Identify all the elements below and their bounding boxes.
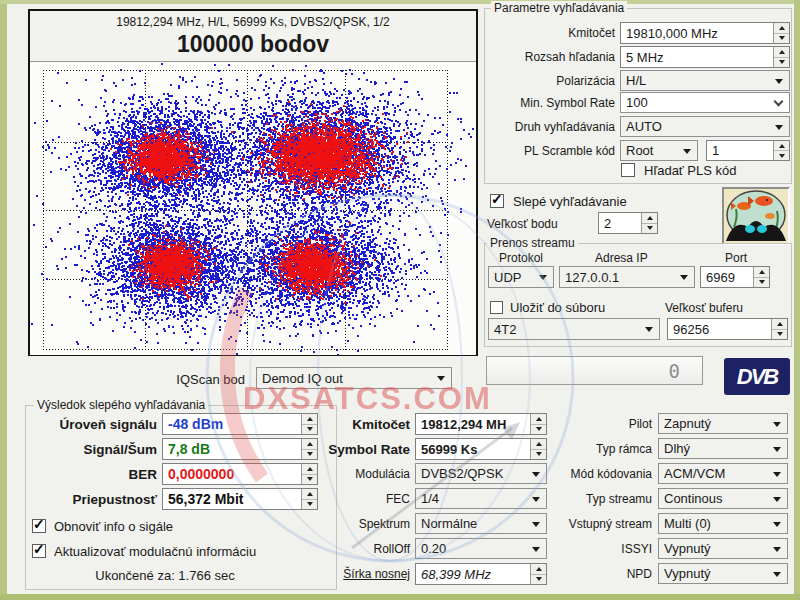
dot-size-spinner[interactable] [641,213,657,233]
dot-size-value: 2 [604,216,611,231]
stream-type-label: Typ streamu [520,492,652,506]
spin-up-icon[interactable] [779,144,785,148]
ip-address-dropdown[interactable]: 127.0.0.1 [559,266,695,288]
pilot-dropdown[interactable]: Zapnutý [658,413,788,434]
search-type-value: AUTO [626,119,662,134]
spectrum-label: Spektrum [240,517,410,531]
npd-label: NPD [520,567,652,581]
blind-search-checkbox[interactable]: ✓ [490,194,504,208]
checkmark-icon: ✓ [33,516,45,532]
min-symbol-rate-combo[interactable]: 100 [620,92,790,113]
find-pls-checkbox[interactable] [621,163,635,177]
spin-down-icon[interactable] [777,332,783,336]
device-dropdown[interactable]: 4T2 [488,318,660,340]
progress-digit: 0 [669,360,680,382]
checkmark-icon: ✓ [491,191,503,207]
signal-level-label: Úroveň signálu [25,417,157,432]
iq-constellation-canvas [30,61,476,355]
frame-border-top [0,0,800,4]
search-params-group-title: Parametre vyhľadávania [491,1,627,15]
checkmark-icon: ✓ [33,541,45,557]
protocol-value: UDP [494,270,521,285]
polarization-dropdown[interactable]: H/L [620,70,790,91]
buffer-size-field[interactable]: 96256 [667,318,788,340]
chevron-down-icon[interactable] [774,96,784,106]
spin-up-icon[interactable] [779,50,785,54]
snr-value: 7,8 dB [168,441,210,457]
spin-down-icon[interactable] [759,280,765,284]
stream-type-dropdown[interactable]: Continous [658,488,788,509]
search-range-field[interactable]: 5 MHz [620,46,790,68]
ip-address-value: 127.0.0.1 [565,270,619,285]
frequency-spinner[interactable] [773,23,789,43]
buffer-size-spinner[interactable] [771,319,787,339]
pl-scramble-code-value: 1 [712,143,719,158]
constellation-info-line: 19812,294 MHz, H/L, 56999 Ks, DVBS2/QPSK… [30,15,476,29]
pl-scramble-code-field[interactable]: 1 [706,140,790,161]
pl-scramble-mode-dropdown[interactable]: Root [620,140,698,161]
modulation-value: DVBS2/QPSK [421,466,503,481]
port-field[interactable]: 6969 [700,266,770,288]
frequency-field[interactable]: 19810,000 MHz [620,22,790,44]
carrier-width-label: Šírka nosnej [240,567,410,581]
npd-dropdown[interactable]: Vypnutý [658,563,788,584]
dot-size-field[interactable]: 2 [598,212,658,234]
frame-border-right [794,0,800,600]
search-type-dropdown[interactable]: AUTO [620,116,790,137]
update-modulation-info-label: Aktualizovať modulačnú informáciu [54,544,256,559]
search-range-label: Rozsah hľadania [484,50,615,64]
dot-size-label: Veľkosť bodu [487,217,558,231]
spin-down-icon[interactable] [647,226,653,230]
find-pls-label: Hľadať PLS kód [644,163,737,178]
aquarium-cat-graphic [724,189,788,243]
port-spinner[interactable] [753,267,769,287]
spin-up-icon[interactable] [779,26,785,30]
spin-down-icon[interactable] [779,36,785,40]
iqscan-point-label: IQScan bod [140,372,245,387]
coding-mode-label: Mód kódovania [520,467,652,481]
blind-scan-window: 19812,294 MHz, H/L, 56999 Ks, DVBS2/QPSK… [0,0,800,600]
npd-value: Vypnutý [664,566,711,581]
spin-up-icon[interactable] [777,322,783,326]
spin-down-icon[interactable] [779,154,785,158]
issyi-dropdown[interactable]: Vypnutý [658,538,788,559]
update-modulation-info-checkbox[interactable]: ✓ [32,544,46,558]
throughput-value: 56,372 Mbit [168,491,243,507]
refresh-signal-info-label: Obnoviť info o sigále [54,519,173,534]
frame-type-dropdown[interactable]: Dlhý [658,438,788,459]
frequency-value: 19810,000 MHz [626,26,718,41]
spin-up-icon[interactable] [647,216,653,220]
aquarium-cat-logo-image [722,187,790,245]
ber-label: BER [25,467,157,482]
coding-mode-value: ACM/VCM [664,466,725,481]
spin-down-icon[interactable] [779,60,785,64]
input-stream-value: Multi (0) [664,516,711,531]
symbol-rate-label: Symbol Rate [240,442,410,457]
snr-label: Signál/Šum [25,442,157,457]
stream-type-value: Continous [664,491,723,506]
pl-scramble-mode-value: Root [626,143,653,158]
min-symbol-rate-label: Min. Symbol Rate [484,96,615,110]
input-stream-dropdown[interactable]: Multi (0) [658,513,788,534]
min-symbol-rate-value: 100 [626,95,648,110]
progress-bar: 0 [486,356,703,385]
spin-up-icon[interactable] [759,270,765,274]
signal-level-value: -48 dBm [168,416,223,432]
frame-type-label: Typ rámca [520,442,652,456]
dvb-logo: DVB [724,358,790,395]
blind-scan-results-title: Výsledok slepého vyhľadávania [34,398,208,412]
protocol-dropdown[interactable]: UDP [488,266,554,288]
iqscan-point-dropdown[interactable]: Demod IQ out [256,367,452,389]
coding-mode-dropdown[interactable]: ACM/VCM [658,463,788,484]
frame-border-bottom [0,594,800,600]
frequency-label: Kmitočet [484,26,615,40]
iqscan-point-value: Demod IQ out [262,371,343,386]
carrier-width-value: 68,399 MHz [421,567,491,582]
rolloff-value: 0.20 [421,541,446,556]
ber-value: 0,0000000 [168,466,234,482]
polarization-value: H/L [626,73,646,88]
refresh-signal-info-checkbox[interactable]: ✓ [32,519,46,533]
save-to-file-checkbox[interactable] [490,301,503,314]
search-range-spinner[interactable] [773,47,789,67]
pl-scramble-spinner[interactable] [773,141,789,160]
